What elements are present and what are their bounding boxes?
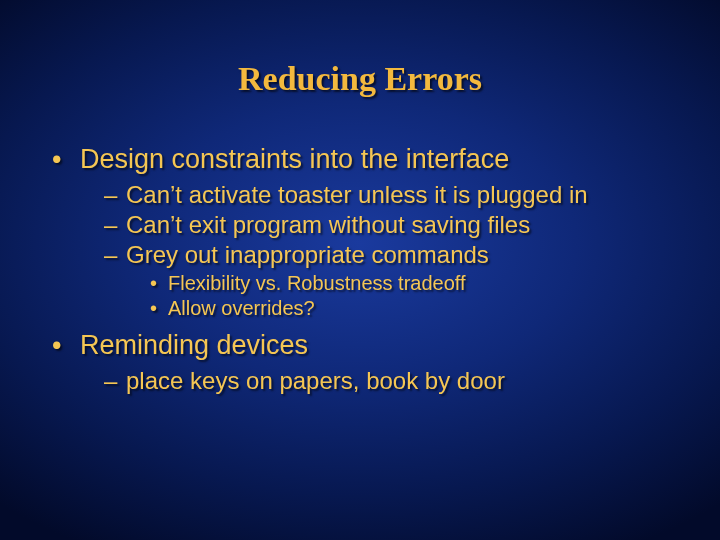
bullet-level2: Grey out inappropriate commands: [52, 240, 680, 269]
bullet-level1: Reminding devices: [52, 330, 680, 362]
bullet-level2: Can’t activate toaster unless it is plug…: [52, 180, 680, 209]
bullet-level3: Flexibility vs. Robustness tradeoff: [52, 271, 680, 295]
slide-content: Design constraints into the interface Ca…: [52, 138, 680, 397]
slide-title: Reducing Errors: [0, 60, 720, 98]
bullet-level1: Design constraints into the interface: [52, 144, 680, 176]
slide: Reducing Errors Design constraints into …: [0, 0, 720, 540]
bullet-level2: place keys on papers, book by door: [52, 366, 680, 395]
bullet-level3: Allow overrides?: [52, 296, 680, 320]
bullet-level2: Can’t exit program without saving files: [52, 210, 680, 239]
